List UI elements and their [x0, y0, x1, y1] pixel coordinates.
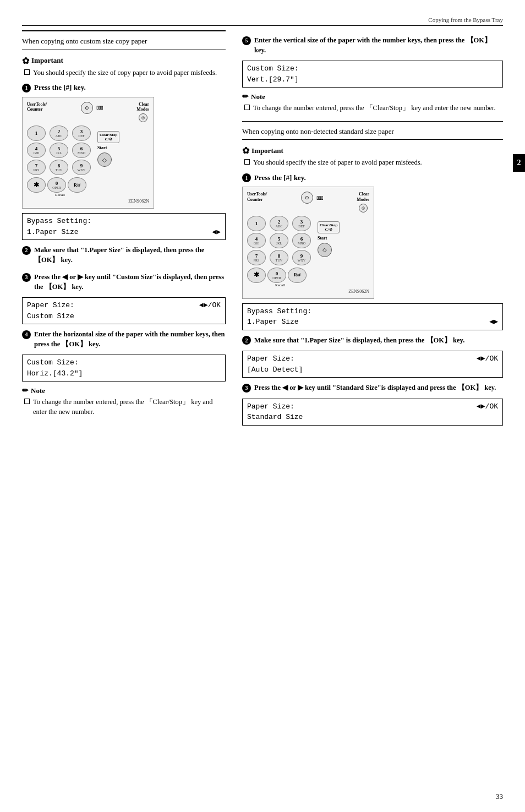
paper-size-row2-1: Custom Size — [27, 311, 221, 322]
paper-size-std-ok: ◄►/OK — [477, 401, 498, 412]
right-step1-header: 1 Press the [#] key. — [242, 173, 503, 183]
paper-size-display-1: Paper Size: ◄►/OK Custom Size — [22, 297, 226, 324]
panel-numpad-area-2: 1 2ABC 3DEF 4GHI 5JKL 6MNO 7PRS 8TUV 9WX… — [247, 216, 313, 287]
numkey-2-2: 2ABC — [270, 216, 288, 231]
page-number: 33 — [496, 792, 503, 801]
left-note-text-1: To change the number entered, press the … — [33, 397, 226, 417]
right-important-label: Important — [251, 146, 283, 155]
step5-circle: 5 — [242, 36, 251, 45]
recall-label-1: Recall — [27, 193, 93, 197]
right-note-bullet-1: To change the number entered, press the … — [242, 103, 503, 113]
bypass-line2-text-2: 1.Paper Size — [247, 317, 299, 328]
custom-horiz-display: Custom Size: Horiz.[43.2"] — [22, 355, 226, 382]
numkey-1-2: 1 — [247, 216, 266, 231]
important-icon-2: ✿ — [242, 145, 249, 156]
left-step4-header: 4 Enter the horizontal size of the paper… — [22, 330, 226, 351]
left-step4-text: Enter the horizontal size of the paper w… — [34, 330, 226, 349]
right-important-bullet-1: You should specify the size of paper to … — [242, 158, 503, 168]
right-step1-circle: 1 — [242, 173, 251, 182]
panel-icon-area-1: ⊙ ▯▯▯ — [81, 102, 103, 114]
right-important-header: ✿ Important — [242, 145, 503, 156]
numkey-6-1: 6MNO — [72, 143, 91, 158]
numkey-star-1: ✱ — [27, 177, 46, 193]
panel-modes-label-2: ▯▯▯ — [316, 195, 323, 200]
numkey-7-1: 7PRS — [27, 160, 46, 175]
panel-right-2: Clear/StopC/⊘ Start ◇ — [318, 216, 340, 287]
custom-horiz-line2: Horiz.[43.2"] — [27, 368, 221, 379]
numkey-star-2: ✱ — [247, 268, 266, 283]
custom-vert-display: Custom Size: Vert.[29.7"] — [242, 61, 503, 88]
panel-circle-icon-2: ⊙ — [301, 192, 313, 204]
left-important-text-1: You should specify the size of copy pape… — [33, 68, 217, 78]
left-step3-text: Press the ◀ or ▶ key until "Custom Size"… — [34, 273, 226, 292]
right-step2-text: Make sure that "1.Paper Size" is display… — [254, 336, 464, 346]
page-tab: 2 — [513, 154, 525, 172]
numkey-3-1: 3DEF — [72, 126, 91, 141]
left-section-title: When copying onto custom size copy paper — [22, 37, 226, 46]
numkey-9-2: 9WXY — [292, 250, 311, 265]
paper-size-std-display: Paper Size: ◄►/OK Standard Size — [242, 399, 503, 426]
numkey-6-2: 6MNO — [292, 233, 311, 248]
paper-size-std-row1: Paper Size: ◄►/OK — [247, 401, 498, 412]
note-pencil-icon-2: ✏ — [242, 92, 249, 101]
panel-top-row-1: UserTools/Counter ⊙ ▯▯▯ ClearModes ◎ — [27, 102, 149, 122]
panel-icon-area-2: ⊙ ▯▯▯ — [301, 192, 323, 204]
paper-size-auto-row1: Paper Size: ◄►/OK — [247, 353, 498, 364]
paper-size-row1-1: Paper Size: ◄►/OK — [27, 300, 221, 311]
clear-stop-btn-2: Clear/StopC/⊘ — [318, 221, 340, 233]
control-panel-1: UserTools/Counter ⊙ ▯▯▯ ClearModes ◎ 1 — [22, 97, 154, 209]
panel-usertool-label-2: UserTools/Counter — [247, 192, 267, 202]
numkey-7-2: 7PRS — [247, 250, 266, 265]
numkey-8-1: 8TUV — [50, 160, 68, 175]
bypass-arrow-2: ◀▶ — [489, 317, 498, 328]
panel-clear-modes-area-2: ClearModes ◎ — [357, 192, 369, 212]
left-note-bullet-1: To change the number entered, press the … — [22, 397, 226, 417]
clear-stop-btn-1: Clear/StopC/⊘ — [97, 131, 119, 143]
left-step1-text: Press the [#] key. — [34, 83, 86, 92]
numkey-rhash-2: R/# — [288, 268, 307, 283]
left-column: When copying onto custom size copy paper… — [22, 30, 226, 429]
bypass-arrow-1: ◀▶ — [212, 227, 221, 238]
left-step1-header: 1 Press the [#] key. — [22, 83, 226, 92]
bypass-display-1: Bypass Setting: 1.Paper Size ◀▶ — [22, 213, 226, 240]
step4-circle-1: 4 — [22, 330, 31, 339]
step1-circle: 1 — [22, 84, 31, 92]
numpad-grid-2: 1 2ABC 3DEF 4GHI 5JKL 6MNO 7PRS 8TUV 9WX… — [247, 216, 313, 265]
control-panel-2: UserTools/Counter ⊙ ▯▯▯ ClearModes ◎ 1 — [242, 187, 374, 298]
right-step1-text: Press the [#] key. — [254, 173, 306, 182]
step3-circle-1: 3 — [22, 273, 31, 282]
numkey-5-1: 5JKL — [50, 143, 68, 158]
panel-bottom-row-1: ✱ 0OPER R/# — [27, 177, 93, 193]
left-note-header: ✏ Note — [22, 386, 226, 395]
start-label-2: Start — [318, 236, 340, 241]
panel-top-row-2: UserTools/Counter ⊙ ▯▯▯ ClearModes ◎ — [247, 192, 369, 212]
right-step3-text: Press the ◀ or ▶ key until "Standard Siz… — [254, 383, 496, 393]
right-section-title: When copying onto non-detected standard … — [242, 127, 503, 137]
page-header: Copying from the Bypass Tray — [22, 17, 503, 26]
recall-label-2: Recall — [247, 283, 313, 287]
numkey-0-2: 0OPER — [267, 268, 286, 283]
note-bullet-square-2 — [244, 105, 250, 110]
note-pencil-icon-1: ✏ — [22, 386, 29, 395]
start-label-1: Start — [97, 145, 119, 150]
numkey-rhash-1: R/# — [68, 177, 86, 193]
paper-size-auto-ok: ◄►/OK — [477, 353, 498, 364]
bullet-square-icon-2 — [244, 159, 250, 165]
start-circle-2: ◇ — [318, 243, 332, 257]
paper-size-label-1: Paper Size: — [27, 300, 74, 311]
custom-vert-line1: Custom Size: — [247, 63, 498, 74]
panel-clear-label-1: ClearModes — [136, 102, 149, 112]
panel-inner-2: 1 2ABC 3DEF 4GHI 5JKL 6MNO 7PRS 8TUV 9WX… — [247, 216, 369, 287]
right-note-label: Note — [251, 92, 265, 101]
left-step2-text: Make sure that "1.Paper Size" is display… — [34, 246, 226, 265]
paper-size-auto-label: Paper Size: — [247, 353, 294, 364]
bypass-line1-1: Bypass Setting: — [27, 216, 221, 227]
right-step2-header: 2 Make sure that "1.Paper Size" is displ… — [242, 336, 503, 348]
right-step3-header: 3 Press the ◀ or ▶ key until "Standard S… — [242, 383, 503, 395]
bypass-display-2: Bypass Setting: 1.Paper Size ◀▶ — [242, 303, 503, 330]
numkey-3-2: 3DEF — [292, 216, 311, 231]
panel-modes-icon-2: ◎ — [359, 204, 368, 212]
bypass-line2-text-1: 1.Paper Size — [27, 227, 79, 238]
numkey-9-1: 9WXY — [72, 160, 91, 175]
right-step2-circle: 2 — [242, 336, 251, 345]
